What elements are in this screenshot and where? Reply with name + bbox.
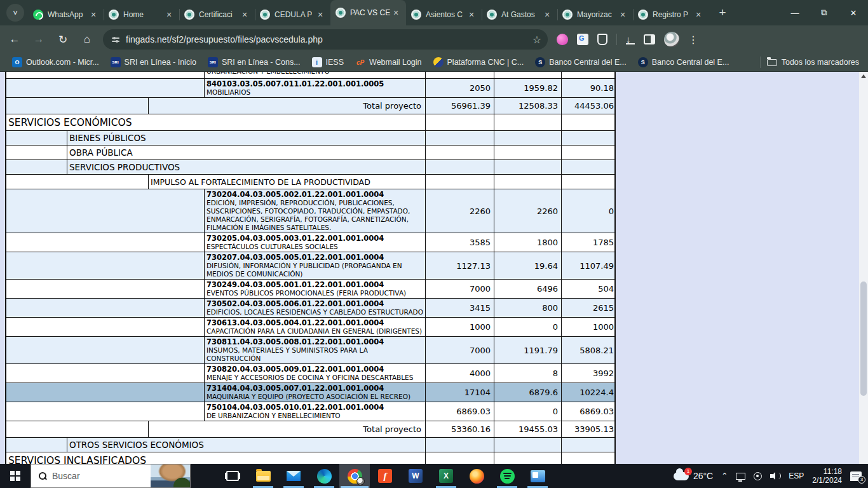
indent-spacer xyxy=(6,146,67,159)
menu-kebab-icon[interactable]: ⋮ xyxy=(688,34,698,46)
taskbar-app-mail[interactable] xyxy=(278,464,309,488)
page-scrollbar[interactable] xyxy=(859,72,868,464)
taskbar-app-chrome[interactable] xyxy=(339,464,370,488)
table-row[interactable]: 730613.04.03.005.004.01.22.001.001.0004C… xyxy=(6,318,614,337)
table-row[interactable]: 731404.04.03.005.007.01.22.001.001.0004M… xyxy=(6,383,614,402)
forward-button[interactable]: → xyxy=(29,30,48,49)
search-highlight-image[interactable] xyxy=(151,464,190,487)
bookmark-star-icon[interactable]: ☆ xyxy=(532,34,541,46)
maximize-button[interactable]: ⧉ xyxy=(810,0,839,25)
new-tab-button[interactable]: + xyxy=(714,4,731,22)
table-row[interactable]: 730811.04.03.005.008.01.22.001.001.0004I… xyxy=(6,337,614,364)
table-row[interactable]: 840103.03.05.007.011.01.22.001.001.0005M… xyxy=(6,79,614,98)
tab-close-icon[interactable]: ✕ xyxy=(240,10,250,20)
table-row[interactable]: 730820.04.03.005.009.01.22.001.001.0004M… xyxy=(6,364,614,383)
item-code: 750104.04.03.005.010.01.22.001.001.0004 xyxy=(207,403,423,412)
tab-close-icon[interactable]: ✕ xyxy=(315,10,325,20)
taskbar-app-firefox[interactable] xyxy=(461,464,492,488)
tab-close-icon[interactable]: ✕ xyxy=(391,8,401,18)
bookmark-item[interactable]: Banco Central del E... xyxy=(632,55,735,70)
reload-button[interactable]: ↻ xyxy=(53,30,72,49)
tab-close-icon[interactable]: ✕ xyxy=(88,10,98,20)
indent-spacer xyxy=(6,383,205,402)
value-cell: 3415 xyxy=(426,299,494,317)
start-button[interactable] xyxy=(0,464,31,488)
indent-spacer xyxy=(6,189,205,233)
language-indicator[interactable]: ESP xyxy=(789,471,804,480)
tab-mayorizac[interactable]: Mayorizac✕ xyxy=(557,4,633,25)
tab-close-icon[interactable]: ✕ xyxy=(466,10,477,20)
tab-title: WhatsApp xyxy=(48,10,88,19)
bookmark-item[interactable]: Outlook.com - Micr... xyxy=(6,55,105,70)
scrollbar-thumb[interactable] xyxy=(860,281,867,396)
tab-title: Asientos C xyxy=(426,10,466,19)
taskbar-app-file-explorer[interactable] xyxy=(248,464,278,488)
tab-close-icon[interactable]: ✕ xyxy=(618,10,628,20)
translate-icon[interactable] xyxy=(577,34,588,45)
network-icon[interactable] xyxy=(736,473,745,480)
tab-whatsapp[interactable]: WhatsApp✕ xyxy=(28,4,104,25)
bookmark-item[interactable]: SRI en Línea - Inicio xyxy=(105,55,202,70)
tab-close-icon[interactable]: ✕ xyxy=(164,10,174,20)
taskbar-search[interactable]: Buscar xyxy=(31,464,191,488)
taskbar-app-spotify[interactable] xyxy=(492,464,522,488)
extension-a-icon[interactable] xyxy=(557,34,568,45)
value-cell: 3992 xyxy=(562,364,617,383)
taskbar-app-foxit[interactable] xyxy=(370,464,400,488)
scrollbar-up-arrow[interactable] xyxy=(861,74,866,78)
tab-search-button[interactable]: ˅ xyxy=(6,4,24,22)
back-button[interactable]: ← xyxy=(5,30,24,49)
tab-at-gastos[interactable]: At Gastos✕ xyxy=(482,4,557,25)
tab-close-icon[interactable]: ✕ xyxy=(542,10,552,20)
table-row[interactable]: 730502.04.03.005.006.01.22.001.001.0004E… xyxy=(6,299,614,318)
tab-home[interactable]: Home✕ xyxy=(104,4,179,25)
foxit-icon xyxy=(378,469,392,483)
fingads-favicon-icon xyxy=(260,10,270,20)
profile-avatar[interactable] xyxy=(664,32,679,47)
taskbar-app-edge[interactable] xyxy=(309,464,339,488)
notification-center-icon[interactable]: 3 xyxy=(850,471,862,481)
table-row[interactable]: 730249.04.03.005.001.01.22.001.001.0004E… xyxy=(6,280,614,299)
hidden-icons-chevron[interactable]: ⌃ xyxy=(721,471,728,480)
tab-certificaci[interactable]: Certificaci✕ xyxy=(179,4,255,25)
clock[interactable]: 11:18 2/1/2024 xyxy=(812,467,842,485)
extension-b-icon[interactable] xyxy=(597,34,607,45)
tab-title: Certificaci xyxy=(199,10,240,19)
tab-asientos-c[interactable]: Asientos C✕ xyxy=(406,4,482,25)
search-icon xyxy=(39,472,46,480)
weather-widget[interactable]: 1 26°C xyxy=(674,471,713,481)
side-panel-icon[interactable] xyxy=(644,34,655,44)
value-cell: 7000 xyxy=(426,337,494,363)
minimize-button[interactable]: — xyxy=(780,0,810,25)
table-row[interactable]: 730204.04.03.005.002.01.22.001.001.0004E… xyxy=(6,189,614,233)
table-row[interactable]: 730207.04.03.005.005.01.22.001.001.0004D… xyxy=(6,252,614,280)
downloads-icon[interactable]: ↓ xyxy=(626,34,635,44)
url-text[interactable]: fingads.net/sf2/presupuesto/files/pacvsc… xyxy=(126,34,527,44)
taskbar-app-excel[interactable] xyxy=(431,464,461,488)
table-row[interactable]: 750104.04.03.005.010.01.22.001.001.0004D… xyxy=(6,402,614,421)
item-description: INSUMOS, MATERIALES Y SUMINISTROS PARA L… xyxy=(207,346,423,363)
home-button[interactable]: ⌂ xyxy=(78,30,97,49)
value-cell: 5808.21 xyxy=(562,337,617,363)
meet-now-icon[interactable] xyxy=(754,472,762,480)
bookmark-item[interactable]: SRI en Línea - Cons... xyxy=(202,55,306,70)
tab-registro-p[interactable]: Registro P✕ xyxy=(633,4,709,25)
tab-close-icon[interactable]: ✕ xyxy=(693,10,703,20)
taskbar-app-word[interactable] xyxy=(400,464,431,488)
speaker-icon[interactable] xyxy=(770,472,780,480)
taskbar-app-blue-app[interactable] xyxy=(522,464,553,488)
tab-pac-vs-ce[interactable]: PAC VS CE✕ xyxy=(330,0,406,25)
close-button[interactable]: ✕ xyxy=(839,0,868,25)
bookmark-item[interactable]: IESS xyxy=(306,55,350,70)
address-bar[interactable]: fingads.net/sf2/presupuesto/files/pacvsc… xyxy=(103,29,548,50)
value-cell: 17104 xyxy=(426,383,494,402)
site-info-icon[interactable] xyxy=(112,37,119,42)
table-row[interactable]: 730205.04.03.005.003.01.22.001.001.0004E… xyxy=(6,233,614,252)
bookmark-item[interactable]: Webmail Login xyxy=(349,55,427,70)
all-bookmarks-button[interactable]: Todos los marcadores xyxy=(767,58,859,67)
bookmark-item[interactable]: Banco Central del E... xyxy=(529,55,632,70)
taskbar-app-task-view[interactable] xyxy=(217,464,248,488)
bookmark-item[interactable]: Plataforma CNC | C... xyxy=(428,55,530,70)
whatsapp-favicon-icon xyxy=(33,10,43,20)
tab-cedula-p[interactable]: CEDULA P✕ xyxy=(255,4,330,25)
